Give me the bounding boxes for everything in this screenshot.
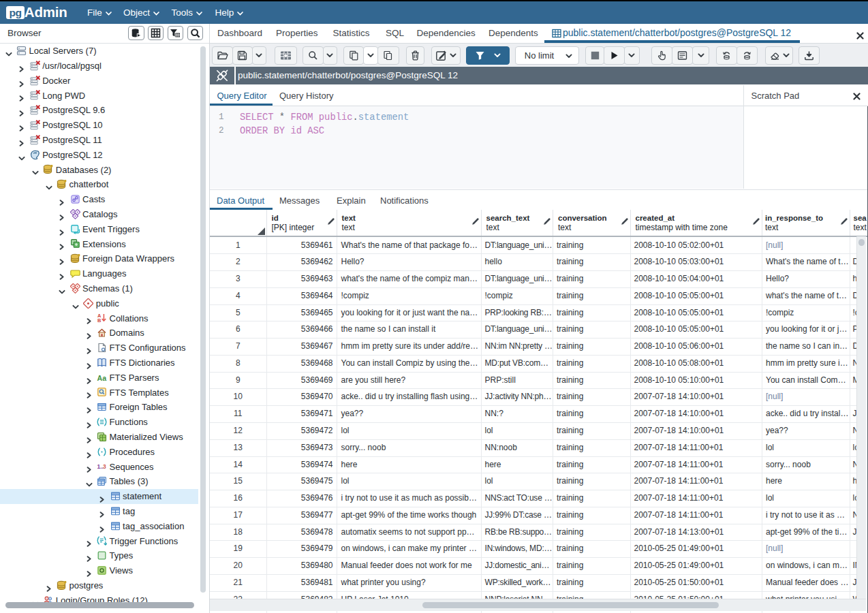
svg-text:Aa: Aa — [97, 374, 107, 382]
svg-text:3: 3 — [103, 464, 106, 471]
svg-text:B: B — [97, 318, 101, 324]
